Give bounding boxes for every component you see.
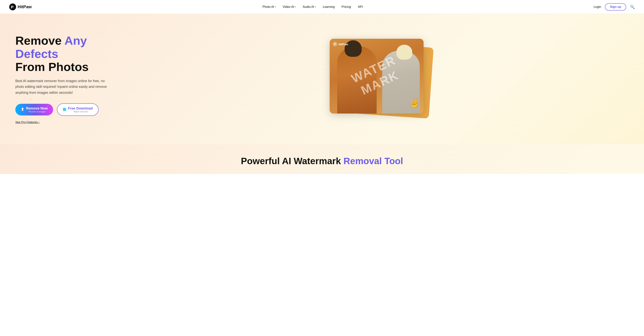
nav-learning[interactable]: Learning [323, 5, 335, 9]
brand-logo[interactable]: P HitPaw [9, 4, 32, 10]
chevron-down-icon: ▾ [295, 6, 296, 8]
nav-audio-ai[interactable]: Audio AI ▾ [303, 5, 316, 9]
hero-title: Remove Any Defects From Photos [15, 34, 126, 74]
nav-actions: Login Sign up 🔍 [594, 3, 635, 11]
nav-video-ai[interactable]: Video AI ▾ [283, 5, 296, 9]
nav-api[interactable]: API [358, 5, 363, 9]
image-stack: WATERMARK P HitPaw ✌️ [328, 39, 428, 119]
svg-text:P: P [11, 5, 14, 9]
search-button[interactable]: 🔍 [630, 5, 635, 9]
see-pro-features-link[interactable]: See Pro Features › [15, 120, 40, 124]
chevron-down-icon: ▾ [275, 6, 276, 8]
hitpaw-card-logo: P HitPaw [333, 42, 348, 47]
bottom-section: Powerful AI Watermark Removal Tool [0, 144, 644, 174]
card-front: WATERMARK P HitPaw ✌️ [330, 39, 424, 114]
remove-now-button[interactable]: ⬆ Remove Now *No blur to images [15, 104, 53, 115]
windows-icon: ⊞ [63, 107, 66, 112]
logo-icon: P [9, 4, 16, 10]
sticker-decoration: ✌️ [408, 97, 420, 109]
hero-image-area: WATERMARK P HitPaw ✌️ [126, 39, 629, 119]
hitpaw-card-logo-icon: P [333, 42, 337, 47]
free-download-button[interactable]: ⊞ Free Download *Batch removal [57, 103, 98, 116]
chevron-down-icon: ▾ [315, 6, 316, 8]
nav-photo-ai[interactable]: Photo AI ▾ [262, 5, 276, 9]
signup-button[interactable]: Sign up [605, 3, 626, 11]
hero-description: Best AI watermark remover from images on… [15, 78, 107, 96]
bottom-title: Powerful AI Watermark Removal Tool [15, 156, 629, 166]
upload-icon: ⬆ [21, 107, 24, 112]
nav-links: Photo AI ▾ Video AI ▾ Audio AI ▾ Learnin… [262, 5, 363, 9]
hero-section: Remove Any Defects From Photos Best AI w… [0, 14, 644, 144]
login-button[interactable]: Login [594, 5, 601, 9]
brand-name: HitPaw [18, 5, 32, 10]
photo-preview: WATERMARK P HitPaw ✌️ [330, 39, 424, 114]
hero-buttons: ⬆ Remove Now *No blur to images ⊞ Free D… [15, 103, 126, 116]
navbar: P HitPaw Photo AI ▾ Video AI ▾ Audio AI … [0, 0, 644, 14]
nav-pricing[interactable]: Pricing [342, 5, 351, 9]
hero-content: Remove Any Defects From Photos Best AI w… [15, 34, 126, 124]
